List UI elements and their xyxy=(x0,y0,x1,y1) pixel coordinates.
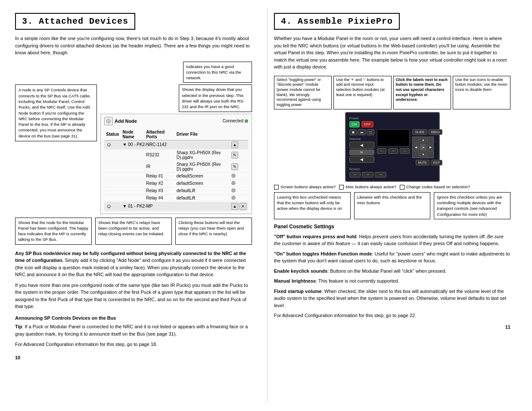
cosmetic-on-toggle: "On" button toggles Hidden Function mode… xyxy=(274,250,510,265)
vp-nav-empty-3 xyxy=(412,151,419,158)
vp-input-2[interactable]: ─ xyxy=(388,148,398,154)
status-cell xyxy=(104,187,121,194)
table-row: ☺ ▼ 01 - PK2-MP ▲ ✕ xyxy=(104,202,248,211)
advanced-config-left: For Advanced Configuration information f… xyxy=(15,341,252,348)
status-cell xyxy=(104,172,121,180)
add-node-button[interactable]: ☺ Add Node xyxy=(104,117,137,125)
cb-screen-always: Screen buttons always active? xyxy=(274,184,336,190)
top-ann-3: Click the labels next to each button to … xyxy=(393,76,451,109)
node-name-cell xyxy=(121,172,145,180)
vp-power-label: Power xyxy=(349,116,436,120)
vp-screen-label: Screen xyxy=(349,167,436,171)
vp-nav-cluster: ▲ ◀ ● ▶ ▼ xyxy=(412,137,442,158)
bottom-callout-3: Clicking these buttons will test the rel… xyxy=(175,218,252,245)
advanced-config-right: For Advanced Configuration information f… xyxy=(274,312,510,319)
relay-indicator xyxy=(231,196,236,200)
status-cell xyxy=(104,194,121,202)
cosmetic-off-hold: "Off" button requires press and hold: He… xyxy=(274,233,510,247)
bottom-callout-1: Shows that the node for the Modular Pane… xyxy=(15,218,92,245)
edit-button[interactable]: ✎ xyxy=(231,163,238,170)
cb-change-codes: Change codes based on selection? xyxy=(400,184,470,190)
subheading-announcing: Announcing SP Controls Devices on the Bu… xyxy=(15,314,252,322)
vp-btn-1[interactable]: ◼ xyxy=(349,129,357,135)
vp-nav-empty-2 xyxy=(427,137,434,143)
vp-vol-up[interactable]: ◀ xyxy=(349,142,374,149)
left-page: 3. Attached Devices In a simple room lik… xyxy=(9,9,258,402)
status-cell xyxy=(104,180,121,187)
vp-mute[interactable]: M xyxy=(349,149,374,155)
left-body: Any SP Bus node/device may be fully conf… xyxy=(15,250,252,348)
connected-badge: Connected xyxy=(223,118,248,123)
vp-mute-button[interactable]: MUTE xyxy=(416,160,429,165)
cosmetic-keyclick: Enable keyclick sounds: Buttons on the M… xyxy=(274,268,510,275)
vp-vol-down[interactable]: ◀ xyxy=(349,156,374,163)
vp-input-3[interactable]: ─ xyxy=(400,148,410,154)
col-name: Node Name xyxy=(121,129,145,140)
vp-btn-2[interactable]: ▬ xyxy=(358,129,366,135)
left-section-title: 3. Attached Devices xyxy=(15,13,135,30)
col-actions xyxy=(230,129,248,140)
driver-cell xyxy=(175,202,230,211)
checkbox-change-codes[interactable] xyxy=(400,185,404,190)
status-cell xyxy=(104,161,121,172)
col-driver: Driver File xyxy=(175,129,230,140)
up-button[interactable]: ▲ xyxy=(231,203,238,210)
right-page-number: 11 xyxy=(274,324,510,330)
node-name-cell xyxy=(121,149,145,161)
action-cell xyxy=(230,172,248,180)
table-row: ☺ ▼ 00 - PK2-NRC-1142 ▲ xyxy=(104,140,248,149)
panel-cosmetics-heading: Panel Cosmetic Settings xyxy=(274,224,510,230)
table-header-row: Status Node Name Attached Ports Driver F… xyxy=(104,129,248,140)
checkbox-screen-active[interactable] xyxy=(274,185,279,190)
vp-guide-button[interactable]: GUIDE xyxy=(412,129,427,135)
vp-nav-ok[interactable]: ● xyxy=(420,144,426,151)
driver-cell: defaultLift xyxy=(175,187,230,194)
port-cell: RS232 xyxy=(144,149,175,161)
node-name-cell xyxy=(121,194,145,202)
vp-input-1[interactable]: ─ xyxy=(377,148,387,154)
panel-cosmetics: Panel Cosmetic Settings "Off" button req… xyxy=(274,224,510,319)
right-page: 4. Assemble PixiePro Whether you have a … xyxy=(267,9,517,402)
node-name-cell xyxy=(121,187,145,194)
lower-callout-1: Leaving this box unchecked means that th… xyxy=(274,192,351,219)
action-cell xyxy=(230,194,248,202)
node-name-cell: ▼ 01 - PK2-MP xyxy=(121,202,175,211)
node-interface: ☺ Add Node Connected xyxy=(100,114,252,214)
col-status: Status xyxy=(104,129,121,140)
table-row: Relay #1 defaultScreen xyxy=(104,172,248,180)
port-cell: IR xyxy=(144,161,175,172)
vp-volume-label: Volume xyxy=(349,137,374,141)
driver-cell: Sharp XG-PH50X (Rev D).pgdrv xyxy=(175,149,230,161)
top-ann-4: Use the sun icons to enable button modul… xyxy=(453,76,510,109)
checkbox-misc-active[interactable] xyxy=(339,185,344,190)
vp-screen-btn-3[interactable]: ─ xyxy=(375,172,386,177)
port-cell: Relay #1 xyxy=(144,172,175,180)
vp-menu-button[interactable]: MENU xyxy=(429,129,443,135)
vp-nav-down[interactable]: ▼ xyxy=(420,151,426,158)
vp-btn-3[interactable]: ◻ xyxy=(367,129,374,135)
table-row: RS232 Sharp XG-PH50X (Rev D).pgdrv ✎ xyxy=(104,149,248,161)
connected-dot xyxy=(245,119,248,123)
up-button[interactable]: ▲ xyxy=(231,141,238,148)
vp-nav-up[interactable]: ▲ xyxy=(420,137,426,143)
driver-cell: defaultScreen xyxy=(175,172,230,180)
relay-indicator xyxy=(231,188,236,193)
vp-display xyxy=(377,129,410,146)
vp-screen-btn-1[interactable]: ─ xyxy=(349,172,361,177)
cosmetic-startup-volume: Fixed startup volume: When checked, the … xyxy=(274,288,510,309)
svg-text:☺: ☺ xyxy=(106,119,110,123)
tip-text: Tip: If a Puck or Modular Panel is conne… xyxy=(15,323,252,337)
action-cell xyxy=(230,187,248,194)
left-page-number: 10 xyxy=(15,355,252,360)
vp-off-button[interactable]: OFF xyxy=(361,121,373,128)
edit-button[interactable]: ✎ xyxy=(231,152,238,159)
delete-button[interactable]: ✕ xyxy=(240,203,246,210)
relay-indicator xyxy=(231,181,236,185)
vp-screen-btn-2[interactable]: ─ xyxy=(362,172,373,177)
vp-on-button[interactable]: ON xyxy=(349,121,360,128)
driver-cell xyxy=(175,140,230,149)
top-callout-2: Shows the display driver that you select… xyxy=(179,84,252,112)
vp-nav-left[interactable]: ◀ xyxy=(412,144,419,151)
vp-exit-button[interactable]: EXIT xyxy=(431,160,443,165)
vp-nav-right[interactable]: ▶ xyxy=(427,144,434,151)
